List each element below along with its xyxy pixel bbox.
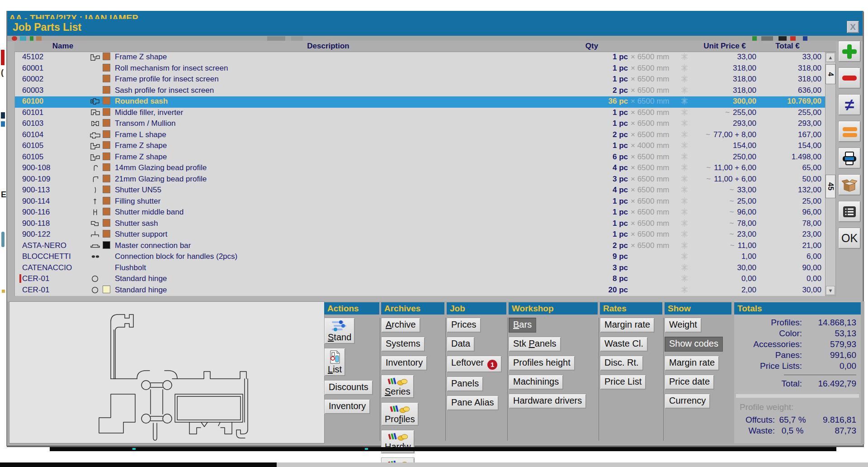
ok-label: OK bbox=[841, 232, 858, 245]
part-code: 60104 bbox=[22, 130, 43, 139]
button-data[interactable]: Data bbox=[447, 337, 475, 352]
part-description: Standard hinge bbox=[115, 286, 167, 295]
table-row[interactable]: 60101Middle filler, inverter1 pc× 6500 m… bbox=[15, 108, 825, 119]
table-row[interactable]: 45102Frame Z shape1 pc× 6500 mm33,0033,0… bbox=[15, 52, 825, 63]
table-row[interactable]: 60104Frame L shape2 pc× 6500 mm~77,00 + … bbox=[15, 130, 825, 141]
button-show-codes[interactable]: Show codes bbox=[665, 337, 723, 352]
button-stand[interactable]: Stand bbox=[324, 318, 355, 344]
part-qty: 1 pc bbox=[548, 219, 628, 228]
offcuts-label: Offcuts: bbox=[740, 415, 775, 425]
table-row[interactable]: 60103Transom / Mullion1 pc× 6500 mm293,0… bbox=[15, 119, 825, 130]
part-unit-price: ~96,00 bbox=[648, 208, 756, 217]
panel-actions: Actions StandListDiscountsInventory bbox=[324, 301, 379, 443]
button-machinings[interactable]: Machinings bbox=[509, 375, 563, 390]
table-row[interactable]: 900-10814mm Glazing bead profile4 pc× 65… bbox=[15, 163, 825, 174]
button-price-date[interactable]: Price date bbox=[665, 375, 714, 390]
table-row[interactable]: 900-10921mm Glazing bead profile3 pc× 65… bbox=[15, 174, 825, 186]
table-row[interactable]: 60105Frame Z shape6 pc× 6500 mm250,001.4… bbox=[15, 152, 825, 163]
button-profiles[interactable]: Profiles bbox=[381, 402, 419, 426]
not-equal-button[interactable]: ≠ bbox=[838, 94, 861, 115]
table-button[interactable] bbox=[838, 201, 861, 222]
button-systems[interactable]: Systems bbox=[381, 337, 425, 352]
panel-divider bbox=[599, 318, 599, 441]
table-row[interactable]: 60100Rounded sash36 pc× 6500 mm300,0010.… bbox=[15, 96, 825, 108]
button-discounts[interactable]: Discounts bbox=[324, 380, 373, 395]
totals-row: Accessories: 579,93 bbox=[734, 339, 856, 349]
part-description: Frame L shape bbox=[115, 130, 166, 139]
part-total: 78,00 bbox=[759, 219, 821, 228]
button-profiles-height[interactable]: Profiles height bbox=[509, 356, 575, 371]
part-code: 60002 bbox=[22, 75, 43, 84]
part-description: Shutter sash bbox=[115, 219, 158, 228]
equal-button[interactable] bbox=[838, 121, 861, 142]
part-code: 60100 bbox=[22, 97, 43, 106]
button-prices[interactable]: Prices bbox=[447, 318, 481, 333]
vertical-scrollbar[interactable]: ▲ ▼ 4 45 bbox=[825, 52, 836, 296]
button-inventory[interactable]: Inventory bbox=[381, 356, 427, 371]
table-row[interactable]: 60001Roll mechanism for insect screen1 p… bbox=[15, 63, 825, 75]
table-row[interactable]: 60105Frame Z shape1 pc× 4000 mm154,00154… bbox=[15, 141, 825, 152]
offcuts-row: Offcuts: 65,7 % 9.816,81 bbox=[740, 415, 856, 425]
button-panels[interactable]: Panels bbox=[447, 376, 483, 391]
part-qty: 1 pc bbox=[548, 75, 628, 84]
scroll-up-button[interactable]: ▲ bbox=[826, 53, 835, 62]
equal-icon bbox=[843, 127, 857, 131]
button-disc-rt-[interactable]: Disc. Rt. bbox=[600, 356, 643, 371]
color-swatch bbox=[103, 64, 110, 71]
leftover-badge: 1 bbox=[487, 360, 497, 370]
button-margin-rate[interactable]: Margin rate bbox=[600, 318, 655, 333]
part-total: 1.498,00 bbox=[759, 152, 821, 162]
taskbar-fragment bbox=[0, 462, 277, 467]
table-row[interactable]: 60003Sash profile for insect screen2 pc×… bbox=[15, 86, 825, 97]
background-window-title: AA - THITA/2I7X : IAAN IAMEP bbox=[9, 14, 863, 19]
panel-title: Show bbox=[665, 302, 731, 315]
table-row[interactable]: 900-118Shutter sash1 pc× 6500 mm~78,0078… bbox=[15, 219, 825, 230]
part-total: 25,00 bbox=[759, 197, 821, 206]
button-pane-alias[interactable]: Pane Alias bbox=[447, 396, 499, 410]
button-series[interactable]: Series bbox=[381, 375, 414, 398]
button-list[interactable]: List bbox=[324, 348, 345, 376]
button-hardware-drivers[interactable]: Hardware drivers bbox=[509, 394, 586, 409]
remove-button[interactable] bbox=[838, 67, 861, 89]
background-fragment bbox=[2, 290, 5, 293]
table-row[interactable]: 60002Frame profile for insect screen1 pc… bbox=[15, 74, 825, 86]
button-price-list[interactable]: Price List bbox=[600, 375, 646, 390]
part-qty: 2 pc bbox=[548, 130, 628, 139]
button-bars[interactable]: Bars bbox=[509, 318, 536, 333]
button-inventory[interactable]: Inventory bbox=[324, 399, 370, 414]
add-button[interactable] bbox=[838, 41, 861, 62]
button-leftover[interactable]: Leftover1 bbox=[447, 356, 502, 372]
package-button[interactable] bbox=[838, 174, 861, 195]
print-button[interactable] bbox=[838, 148, 861, 169]
part-description: Frame Z shape bbox=[115, 152, 167, 162]
profile-cross-section-drawing bbox=[9, 302, 324, 443]
table-row[interactable]: 900-116Shutter middle band1 pc× 6500 mm~… bbox=[15, 207, 825, 219]
table-row[interactable]: CER-01Standard hinge8 pc0,000,00 bbox=[15, 274, 825, 285]
part-total: 132,00 bbox=[759, 186, 821, 195]
table-body: 45102Frame Z shape1 pc× 6500 mm33,0033,0… bbox=[14, 52, 825, 296]
button-margin-rate[interactable]: Margin rate bbox=[665, 356, 719, 371]
table-row[interactable]: BLOCCHETTIConnection block for handles (… bbox=[15, 252, 825, 263]
button-currency[interactable]: Currency bbox=[665, 394, 710, 409]
table-row[interactable]: ASTA-NEROMaster connection bar2 pc× 6500… bbox=[15, 241, 825, 252]
ok-button[interactable]: OK bbox=[838, 228, 861, 249]
part-code: 900-109 bbox=[22, 175, 50, 184]
document-icon bbox=[329, 350, 341, 364]
offcuts-percent: 65,7 % bbox=[775, 415, 810, 425]
table-row[interactable]: CER-01Standard hinge20 pc2,0030,00 bbox=[15, 285, 825, 296]
scroll-down-button[interactable]: ▼ bbox=[826, 286, 835, 295]
button-stk-panels[interactable]: Stk Panels bbox=[509, 337, 561, 352]
button-weight[interactable]: Weight bbox=[665, 318, 702, 333]
table-row[interactable]: 900-113Shutter UN554 pc× 6500 mm~33,0013… bbox=[15, 185, 825, 196]
waste-percent: 0,5 % bbox=[775, 426, 810, 436]
part-description: Shutter middle band bbox=[115, 208, 184, 217]
button-waste-cl-[interactable]: Waste Cl. bbox=[600, 337, 648, 352]
column-header-total: Total € bbox=[775, 42, 800, 51]
table-row[interactable]: 900-114Filling shutter1 pc× 6500 mm~25,0… bbox=[15, 196, 825, 208]
part-description: Standard hinge bbox=[115, 274, 167, 283]
button-archive[interactable]: Archive bbox=[381, 318, 420, 333]
close-button[interactable]: X bbox=[847, 21, 859, 33]
table-row[interactable]: CATENACCIOFlushbolt3 pc30,0090,00 bbox=[15, 263, 825, 274]
table-row[interactable]: 900-122Shutter support1 pc× 6500 mm~23,0… bbox=[15, 229, 825, 241]
dialog-titlebar[interactable]: Job Parts List X bbox=[7, 19, 863, 36]
